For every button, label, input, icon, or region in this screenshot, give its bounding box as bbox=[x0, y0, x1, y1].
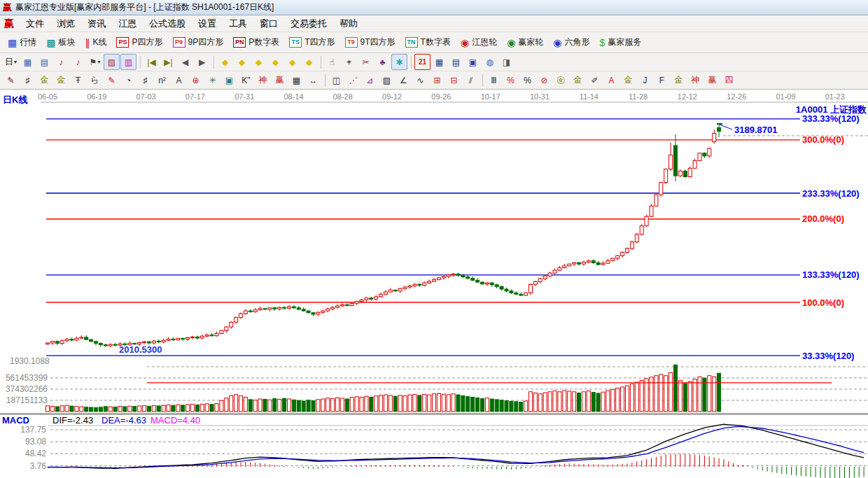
a-angle-tool[interactable]: A bbox=[603, 72, 620, 88]
gold-line-tool[interactable]: 金 bbox=[570, 72, 586, 88]
f-lines-tool[interactable]: Ŧ bbox=[70, 72, 86, 88]
menu-item-9[interactable]: 帮助 bbox=[333, 16, 364, 31]
fan-lines-tool[interactable]: ⋰ bbox=[345, 72, 361, 88]
ma3-button[interactable]: ♪ bbox=[53, 54, 69, 70]
expand-h-button[interactable]: ◆ bbox=[251, 54, 267, 70]
percent-line-tool[interactable]: ⊘ bbox=[536, 72, 552, 88]
t-square-button[interactable]: TST四方形 bbox=[284, 34, 340, 52]
quotes-button[interactable]: ▦行情 bbox=[3, 34, 41, 52]
kline-chart-canvas[interactable]: 06-0506-1907-0307-1707-3108-1408-2809-12… bbox=[0, 90, 868, 478]
gold-section-tool[interactable]: 金 bbox=[53, 72, 69, 88]
menu-item-8[interactable]: 交易委托 bbox=[284, 16, 333, 31]
chart-style-button[interactable]: ▦ bbox=[20, 54, 36, 70]
shen-angle-tool[interactable]: 神 bbox=[687, 72, 704, 88]
scale-list-tool[interactable]: Ⅲ bbox=[486, 72, 502, 88]
grid123-tool[interactable]: ▦ bbox=[288, 72, 304, 88]
gann-circle-tool[interactable]: ⊕ bbox=[188, 72, 204, 88]
info-panel-button[interactable]: ▤ bbox=[36, 54, 52, 70]
ma9-button[interactable]: ♪ bbox=[70, 54, 86, 70]
j-angle-tool[interactable]: J bbox=[637, 72, 653, 88]
shift-right-button[interactable]: ◆ bbox=[234, 54, 250, 70]
candlestick-series[interactable] bbox=[46, 124, 721, 347]
angle-lines-tool[interactable]: ∠ bbox=[396, 72, 412, 88]
gold-circle-tool[interactable]: ㊎ bbox=[553, 72, 569, 88]
winner-wheel-button[interactable]: ◉赢家轮 bbox=[502, 34, 548, 52]
volume-profile-button[interactable]: ▥ bbox=[120, 54, 136, 70]
brush-tool[interactable]: ✐ bbox=[587, 72, 603, 88]
win-tool[interactable]: 赢 bbox=[272, 72, 288, 88]
shade-box-tool[interactable]: ▨ bbox=[379, 72, 395, 88]
sectors-button[interactable]: ▩板块 bbox=[41, 34, 80, 52]
p-square-button[interactable]: PSP四方形 bbox=[111, 34, 167, 52]
menu-item-6[interactable]: 工具 bbox=[223, 16, 253, 31]
pen-tool[interactable]: ✎ bbox=[3, 72, 19, 88]
time-span-tool[interactable]: ↔ bbox=[305, 72, 321, 88]
last-page-button[interactable]: ▶| bbox=[160, 54, 176, 70]
flag-marker-button[interactable]: ⚑▾ bbox=[87, 54, 103, 70]
next-page-button[interactable]: ▶ bbox=[194, 54, 210, 70]
percent-tool[interactable]: % bbox=[519, 72, 536, 88]
volume-bar bbox=[408, 395, 412, 412]
four-angle-tool[interactable]: 四 bbox=[721, 72, 737, 88]
shen-tool[interactable]: 神 bbox=[255, 72, 271, 88]
save-button[interactable]: ▣ bbox=[465, 54, 481, 70]
menu-item-4[interactable]: 公式选股 bbox=[143, 16, 192, 31]
pattern-overlay-button[interactable]: ▨ bbox=[104, 54, 120, 70]
first-page-button[interactable]: |◀ bbox=[144, 54, 160, 70]
gold-slope-tool[interactable]: 金 bbox=[671, 72, 687, 88]
p9-square-button[interactable]: P99P四方形 bbox=[168, 34, 229, 52]
t9-square-button[interactable]: T99T四方形 bbox=[340, 34, 400, 52]
volume-series[interactable] bbox=[46, 365, 721, 412]
shift-left-button[interactable]: ◆ bbox=[217, 54, 233, 70]
marker-pen-tool[interactable]: ✎ bbox=[104, 72, 120, 88]
win-angle-tool[interactable]: 赢 bbox=[704, 72, 720, 88]
cut-button[interactable]: ✂ bbox=[358, 54, 374, 70]
ai-analyze-button[interactable]: ✱ bbox=[391, 54, 407, 70]
menu-item-1[interactable]: 浏览 bbox=[50, 16, 81, 31]
crosshair-button[interactable]: + bbox=[341, 54, 357, 70]
web-button[interactable]: ◍ bbox=[482, 54, 498, 70]
spiral-tool[interactable]: ら bbox=[87, 72, 103, 88]
menu-item-3[interactable]: 江恩 bbox=[112, 16, 143, 31]
print-button[interactable]: ◨ bbox=[498, 54, 514, 70]
calculator-button[interactable]: ▦ bbox=[431, 54, 447, 70]
gold-angle-tool[interactable]: 金 bbox=[620, 72, 636, 88]
zoom-out-button[interactable]: ◆ bbox=[284, 54, 300, 70]
grid-dark-tool[interactable]: ⊟ bbox=[446, 72, 462, 88]
star-ray-tool[interactable]: ✳ bbox=[204, 72, 220, 88]
prev-page-button[interactable]: ◀ bbox=[177, 54, 193, 70]
k-mark-tool[interactable]: K" bbox=[238, 72, 254, 88]
p-digit-table-button[interactable]: PNP数字表 bbox=[228, 34, 284, 52]
parallel-tool[interactable]: ⫽ bbox=[463, 72, 479, 88]
net-tool-button[interactable]: ♣ bbox=[374, 54, 391, 70]
chart-region[interactable]: 日K线 1A0001 上证指数 06-0506-1907-0307-1707-3… bbox=[0, 90, 868, 478]
menu-item-5[interactable]: 设置 bbox=[192, 16, 223, 31]
winner-service-button[interactable]: $赢家服务 bbox=[595, 34, 647, 52]
text-tool[interactable]: A bbox=[171, 72, 187, 88]
menu-item-2[interactable]: 资讯 bbox=[81, 16, 112, 31]
boxed-star-tool[interactable]: ▣ bbox=[221, 72, 237, 88]
notes-button[interactable]: ▤ bbox=[448, 54, 464, 70]
gold-ratio-tool[interactable]: 金 bbox=[36, 72, 52, 88]
hexagon-button[interactable]: ◉六角形 bbox=[548, 34, 594, 52]
fan-box-tool[interactable]: ⊿ bbox=[362, 72, 378, 88]
zoom-in-button[interactable]: ◆ bbox=[301, 54, 317, 70]
menu-item-0[interactable]: 文件 bbox=[20, 16, 50, 31]
compress-h-button[interactable]: ◆ bbox=[267, 54, 284, 70]
time-cycle-tool[interactable]: ◔ bbox=[120, 72, 136, 88]
zigzag-tool[interactable]: ∿ bbox=[412, 72, 428, 88]
pan-hand-button[interactable]: ☝ bbox=[324, 54, 340, 70]
price-grid-tool[interactable]: ♯ bbox=[137, 72, 153, 88]
kline-button[interactable]: ∥K线 bbox=[80, 34, 111, 52]
f-angle-tool[interactable]: F bbox=[654, 72, 670, 88]
menu-item-7[interactable]: 窗口 bbox=[253, 16, 284, 31]
period-daily-button[interactable]: 日▾ bbox=[3, 54, 19, 70]
percent-red-tool[interactable]: % bbox=[503, 72, 519, 88]
grid-red-tool[interactable]: ⊞ bbox=[429, 72, 445, 88]
gann-wheel-button[interactable]: ◉江恩轮 bbox=[456, 34, 502, 52]
box-frame-tool[interactable]: ◫ bbox=[328, 72, 344, 88]
t-digit-table-button[interactable]: TNT数字表 bbox=[400, 34, 456, 52]
grid-lines-tool[interactable]: ♯ bbox=[20, 72, 36, 88]
calendar-button[interactable]: 21 bbox=[414, 54, 430, 70]
n-square-tool[interactable]: n² bbox=[154, 72, 170, 88]
